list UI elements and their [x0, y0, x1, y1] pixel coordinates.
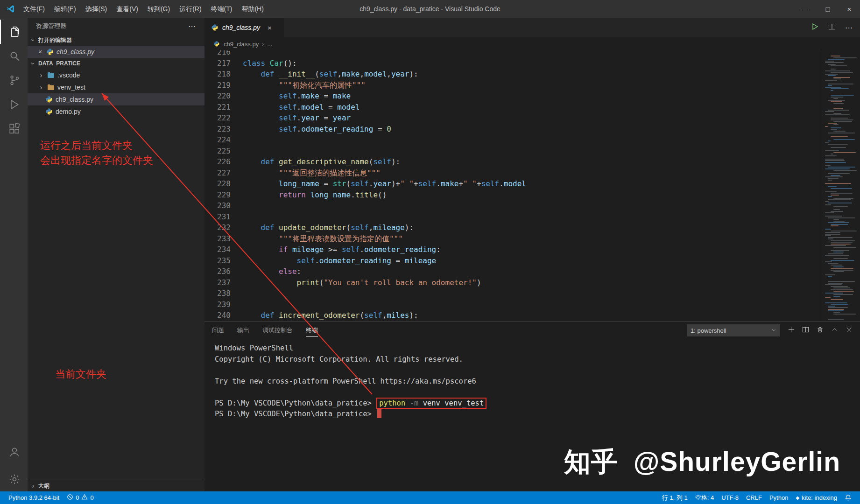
- status-language-mode[interactable]: Python: [766, 494, 792, 501]
- menu-item[interactable]: 转到(G): [143, 0, 175, 18]
- menu-item[interactable]: 运行(R): [175, 0, 206, 18]
- file-tree-item[interactable]: ch9_class.py: [28, 93, 204, 105]
- status-python-interpreter[interactable]: Python 3.9.2 64-bit: [5, 494, 63, 501]
- notifications-bell-icon[interactable]: [841, 494, 855, 501]
- close-icon[interactable]: ×: [839, 0, 860, 18]
- file-tree-item[interactable]: demo.py: [28, 105, 204, 118]
- code-line[interactable]: 239: [204, 299, 860, 310]
- tab-ch9-class[interactable]: ch9_class.py ×: [204, 18, 284, 37]
- line-number: 231: [204, 211, 231, 223]
- file-tree-item[interactable]: ›.vscode: [28, 69, 204, 81]
- menu-item[interactable]: 编辑(E): [49, 0, 81, 18]
- split-terminal-icon[interactable]: [802, 326, 809, 335]
- code-line[interactable]: 225: [204, 146, 860, 157]
- source-control-icon[interactable]: [0, 68, 28, 92]
- folder-label: DATA_PRATICE: [38, 60, 80, 67]
- code-line[interactable]: 224: [204, 134, 860, 146]
- vscode-window: 文件(F)编辑(E)选择(S)查看(V)转到(G)运行(R)终端(T)帮助(H)…: [0, 0, 860, 504]
- vscode-logo-icon: [6, 4, 15, 14]
- terminal-cursor: [377, 409, 381, 418]
- more-actions-icon[interactable]: ⋯: [845, 23, 853, 32]
- code-line[interactable]: 226 def get_descriptive_name(self):: [204, 156, 860, 168]
- code-line[interactable]: 233 """将里程表读数设置为指定的值""": [204, 233, 860, 245]
- code-line[interactable]: 216: [204, 50, 860, 58]
- code-line[interactable]: 234 if mileage >= self.odometer_reading:: [204, 244, 860, 255]
- menu-item[interactable]: 选择(S): [81, 0, 112, 18]
- more-actions-icon[interactable]: ⋯: [188, 22, 196, 31]
- code-line[interactable]: 238: [204, 288, 860, 299]
- code-line[interactable]: 236 else:: [204, 266, 860, 277]
- panel-tab-problems[interactable]: 问题: [212, 324, 224, 337]
- kill-terminal-icon[interactable]: [817, 326, 824, 335]
- code-text: [231, 299, 243, 310]
- terminal-line: Windows PowerShell: [215, 343, 860, 354]
- code-line[interactable]: 222 self.year = year: [204, 112, 860, 124]
- extensions-icon[interactable]: [0, 117, 28, 141]
- file-tree-item[interactable]: ›venv_test: [28, 81, 204, 93]
- code-text: [231, 146, 243, 157]
- split-editor-icon[interactable]: [828, 23, 836, 32]
- code-text: self.make = make: [231, 91, 351, 102]
- warning-count: 0: [90, 494, 93, 501]
- outline-section[interactable]: › 大纲: [28, 480, 204, 491]
- close-editor-icon[interactable]: ×: [37, 48, 43, 56]
- code-line[interactable]: 227 """返回整洁的描述性信息""": [204, 168, 860, 179]
- panel-tab-terminal[interactable]: 终端: [306, 324, 318, 337]
- terminal-shell-select[interactable]: 1: powershell: [687, 324, 780, 336]
- code-text: """将里程表读数设置为指定的值""": [231, 233, 403, 245]
- code-line[interactable]: 220 self.make = make: [204, 91, 860, 102]
- status-kite[interactable]: ◆kite: indexing: [792, 494, 841, 501]
- code-line[interactable]: 240 def increment_odometer(self,miles):: [204, 310, 860, 321]
- maximize-icon[interactable]: □: [817, 0, 839, 18]
- breadcrumb-symbol[interactable]: ...: [268, 41, 273, 48]
- code-line[interactable]: 217class Car():: [204, 58, 860, 69]
- terminal[interactable]: Windows PowerShellCopyright (C) Microsof…: [204, 339, 860, 491]
- status-indentation[interactable]: 空格: 4: [691, 494, 718, 502]
- code-line[interactable]: 235 self.odometer_reading = mileage: [204, 255, 860, 266]
- close-panel-icon[interactable]: [846, 326, 853, 335]
- menu-item[interactable]: 帮助(H): [237, 0, 268, 18]
- line-number: 219: [204, 80, 231, 91]
- status-cursor-position[interactable]: 行 1, 列 1: [658, 494, 691, 502]
- python-icon: [45, 96, 53, 103]
- folder-section[interactable]: › DATA_PRATICE: [28, 58, 204, 69]
- status-encoding[interactable]: UTF-8: [718, 494, 742, 501]
- new-terminal-icon[interactable]: [788, 326, 795, 335]
- minimize-icon[interactable]: —: [796, 0, 817, 18]
- search-icon[interactable]: [0, 44, 28, 68]
- code-line[interactable]: 218 def __init__(self,make,model,year):: [204, 69, 860, 80]
- minimap[interactable]: [821, 50, 860, 321]
- code-line[interactable]: 223 self.odometer_reading = 0: [204, 124, 860, 135]
- shell-select-value: 1: powershell: [691, 327, 768, 334]
- account-icon[interactable]: [0, 440, 28, 464]
- run-icon[interactable]: [811, 22, 819, 33]
- line-number: 228: [204, 178, 231, 189]
- panel-tab-debug-console[interactable]: 调试控制台: [262, 324, 293, 337]
- file-name: demo.py: [56, 108, 81, 115]
- status-problems[interactable]: 0 0: [63, 494, 97, 502]
- code-line[interactable]: 237 print("You can't roll back an odomet…: [204, 277, 860, 288]
- code-line[interactable]: 219 """初始化汽车的属性""": [204, 80, 860, 91]
- settings-gear-icon[interactable]: [0, 467, 28, 491]
- code-line[interactable]: 228 long_name = str(self.year)+" "+self.…: [204, 178, 860, 189]
- code-line[interactable]: 229 return long_name.title(): [204, 189, 860, 201]
- code-line[interactable]: 230: [204, 200, 860, 211]
- code-line[interactable]: 232 def update_odometer(self,mileage):: [204, 222, 860, 233]
- code-line[interactable]: 231: [204, 211, 860, 223]
- run-debug-icon[interactable]: [0, 92, 28, 117]
- menu-item[interactable]: 终端(T): [206, 0, 237, 18]
- open-editors-list: ×ch9_class.py: [28, 46, 204, 58]
- python-icon: [45, 108, 53, 115]
- code-line[interactable]: 221 self.model = model: [204, 102, 860, 113]
- menu-item[interactable]: 查看(V): [112, 0, 143, 18]
- code-editor[interactable]: 216217class Car():218 def __init__(self,…: [204, 50, 860, 321]
- breadcrumb-file[interactable]: ch9_class.py: [224, 41, 259, 48]
- close-tab-icon[interactable]: ×: [268, 24, 272, 32]
- panel-tab-output[interactable]: 输出: [237, 324, 249, 337]
- maximize-panel-icon[interactable]: [831, 326, 838, 335]
- status-eol[interactable]: CRLF: [742, 494, 766, 501]
- menu-item[interactable]: 文件(F): [19, 0, 49, 18]
- open-editors-section[interactable]: › 打开的编辑器: [28, 35, 204, 46]
- open-editor-item[interactable]: ×ch9_class.py: [28, 46, 204, 58]
- explorer-icon[interactable]: [0, 20, 28, 44]
